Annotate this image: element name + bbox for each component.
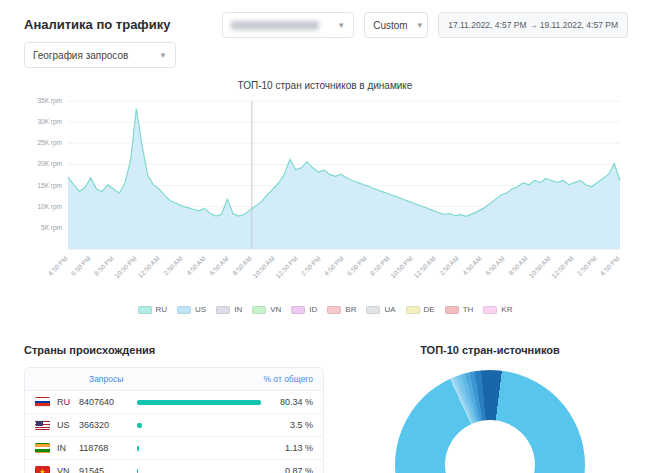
legend-item-br[interactable]: BR — [327, 305, 356, 314]
svg-text:10:50 PM: 10:50 PM — [389, 255, 414, 280]
requests-value: 8407640 — [79, 397, 135, 407]
legend-swatch — [177, 306, 191, 314]
legend-item-kr[interactable]: KR — [483, 305, 512, 314]
legend-item-de[interactable]: DE — [406, 305, 435, 314]
chevron-down-icon: ▼ — [159, 51, 167, 60]
chart-legend: RUUSINVNIDBRUADETHKR — [22, 305, 628, 314]
svg-text:30K rpm: 30K rpm — [37, 118, 62, 126]
header-controls: ▼ Custom ▼ 17.11.2022, 4:57 PM → 19.11.2… — [222, 12, 628, 38]
legend-swatch — [216, 306, 230, 314]
percent-value: 80.34 % — [269, 397, 313, 407]
svg-text:12:50 PM: 12:50 PM — [274, 255, 299, 280]
legend-label: UA — [384, 305, 395, 314]
country-code: IN — [57, 443, 79, 453]
requests-bar-fill — [137, 469, 138, 473]
legend-label: DE — [424, 305, 435, 314]
legend-label: TH — [463, 305, 474, 314]
legend-item-us[interactable]: US — [177, 305, 206, 314]
redacted-value — [231, 21, 319, 30]
svg-text:10:50 PM: 10:50 PM — [113, 255, 138, 280]
svg-text:35K rpm: 35K rpm — [37, 97, 62, 105]
table-row-ru[interactable]: RU840764080.34 % — [25, 391, 323, 414]
requests-bar-fill — [137, 400, 261, 405]
origin-countries-table: Запросы % от общего RU840764080.34 %US36… — [24, 367, 324, 473]
requests-value: 366320 — [79, 420, 135, 430]
flag-icon-in — [35, 443, 50, 453]
legend-label: BR — [345, 305, 356, 314]
requests-value: 91545 — [79, 466, 135, 473]
table-row-vn[interactable]: ★VN915450.87 % — [25, 460, 323, 473]
table-row-in[interactable]: IN1187681.13 % — [25, 437, 323, 460]
requests-value: 118768 — [79, 443, 135, 453]
legend-label: ID — [309, 305, 317, 314]
country-code: VN — [57, 466, 79, 473]
page-title: Аналитика по трафику — [24, 17, 170, 32]
percent-value: 1.13 % — [269, 443, 313, 453]
donut-chart[interactable] — [395, 370, 585, 473]
country-code: RU — [57, 397, 79, 407]
legend-swatch — [483, 306, 497, 314]
svg-text:6:50 PM: 6:50 PM — [346, 255, 368, 277]
svg-text:6:50 AM: 6:50 AM — [484, 255, 506, 277]
table-row-us[interactable]: US3663203.5 % — [25, 414, 323, 437]
svg-text:12:50 AM: 12:50 AM — [136, 255, 160, 279]
legend-swatch — [291, 306, 305, 314]
legend-label: KR — [501, 305, 512, 314]
svg-text:2:50 PM: 2:50 PM — [300, 255, 322, 277]
svg-text:25K rpm: 25K rpm — [37, 139, 62, 147]
account-select[interactable]: ▼ — [222, 12, 354, 38]
svg-text:4:50 AM: 4:50 AM — [461, 255, 483, 277]
svg-text:10:50 AM: 10:50 AM — [527, 255, 551, 279]
chevron-down-icon: ▼ — [337, 21, 345, 30]
top10-dynamics-chart-card: ТОП-10 стран источников в динамике 35K r… — [22, 80, 628, 314]
svg-text:4:50 PM: 4:50 PM — [323, 255, 345, 277]
svg-text:2:50 PM: 2:50 PM — [576, 255, 598, 277]
country-code: US — [57, 420, 79, 430]
legend-item-vn[interactable]: VN — [252, 305, 281, 314]
svg-text:10K rpm: 10K rpm — [37, 203, 62, 211]
svg-text:6:50 PM: 6:50 PM — [70, 255, 92, 277]
svg-text:8:50 PM: 8:50 PM — [93, 255, 115, 277]
svg-text:2:50 AM: 2:50 AM — [438, 255, 460, 277]
requests-bar — [137, 469, 261, 473]
svg-text:8:50 AM: 8:50 AM — [231, 255, 253, 277]
legend-label: VN — [270, 305, 281, 314]
table-body: RU840764080.34 %US3663203.5 %IN1187681.1… — [25, 391, 323, 473]
legend-swatch — [327, 306, 341, 314]
requests-bar — [137, 423, 261, 428]
flag-icon-us — [35, 420, 50, 430]
legend-swatch — [366, 306, 380, 314]
range-preset-select[interactable]: Custom ▼ — [364, 12, 428, 38]
requests-bar-fill — [137, 446, 139, 451]
legend-swatch — [445, 306, 459, 314]
legend-item-ua[interactable]: UA — [366, 305, 395, 314]
geo-filter-select[interactable]: География запросов ▼ — [24, 42, 176, 68]
legend-item-th[interactable]: TH — [445, 305, 474, 314]
svg-text:20K rpm: 20K rpm — [37, 160, 62, 168]
legend-item-in[interactable]: IN — [216, 305, 242, 314]
top10-donut-panel: ТОП-10 стран-источников — [354, 344, 626, 473]
area-chart[interactable]: 35K rpm30K rpm25K rpm20K rpm15K rpm10K r… — [22, 93, 628, 301]
column-header-requests: Запросы — [89, 374, 123, 384]
column-header-percent: % от общего — [263, 374, 313, 384]
legend-item-id[interactable]: ID — [291, 305, 317, 314]
requests-bar-fill — [137, 423, 142, 428]
svg-text:8:50 PM: 8:50 PM — [369, 255, 391, 277]
svg-text:4:50 AM: 4:50 AM — [185, 255, 207, 277]
svg-text:4:50 PM: 4:50 PM — [599, 255, 621, 277]
flag-icon-vn: ★ — [35, 466, 50, 473]
svg-text:8:50 AM: 8:50 AM — [507, 255, 529, 277]
legend-item-ru[interactable]: RU — [138, 305, 168, 314]
top-bar: Аналитика по трафику ▼ Custom ▼ 17.11.20… — [0, 0, 650, 66]
legend-swatch — [406, 306, 420, 314]
origin-countries-panel: Страны происхождения Запросы % от общего… — [24, 344, 324, 473]
svg-text:12:50 PM: 12:50 PM — [550, 255, 575, 280]
table-header: Запросы % от общего — [25, 368, 323, 391]
date-range-picker[interactable]: 17.11.2022, 4:57 PM → 19.11.2022, 4:57 P… — [438, 12, 628, 38]
legend-label: RU — [156, 305, 168, 314]
svg-text:12:50 AM: 12:50 AM — [412, 255, 436, 279]
legend-label: IN — [234, 305, 242, 314]
legend-label: US — [195, 305, 206, 314]
legend-swatch — [138, 306, 152, 314]
percent-value: 0.87 % — [269, 466, 313, 473]
